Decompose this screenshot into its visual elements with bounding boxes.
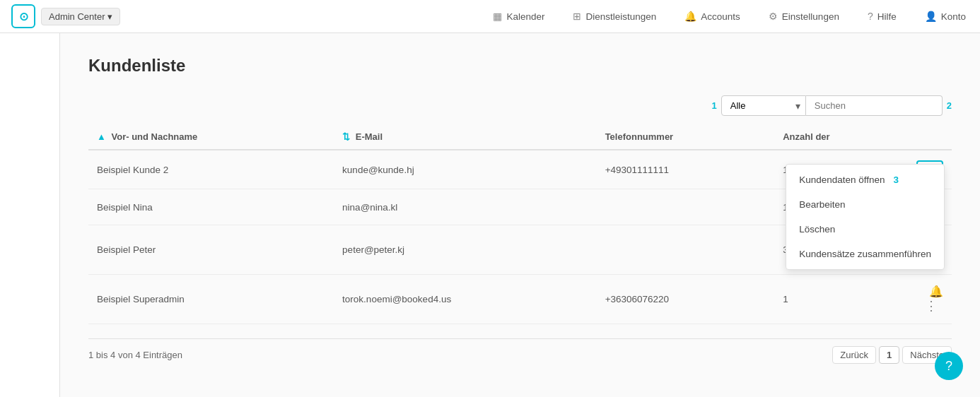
cell-phone-2 [597, 189, 775, 225]
toolbar-number-1: 1 [712, 100, 717, 111]
nav-item-kalender-label: Kalender [506, 11, 544, 22]
table-header: ▲ Vor- und Nachname ⇅ E-Mail Telefonnumm… [88, 124, 952, 150]
cell-email-3: peter@peter.kj [334, 225, 597, 275]
filter-select[interactable]: Alle Aktiv Inaktiv [721, 95, 806, 116]
table-info: 1 bis 4 von 4 Einträgen [88, 350, 182, 360]
person-icon-4: 🔔 [929, 285, 943, 297]
help-fab-button[interactable]: ? [935, 352, 963, 380]
topnav: ⊙ Admin Center ▾ ▦ Kalender ⊞ Dienstleis… [0, 0, 980, 33]
dropdown-item-number: 3 [894, 174, 899, 185]
nav-item-konto[interactable]: 👤 Konto [922, 11, 969, 22]
help-fab-icon: ? [945, 359, 952, 374]
current-page-button[interactable]: 1 [879, 346, 899, 364]
nav-items: ▦ Kalender ⊞ Dienstleistungen 🔔 Accounts… [490, 11, 969, 22]
dropdown-item-delete[interactable]: Löschen [786, 217, 944, 242]
layout: Kundenliste 1 Alle Aktiv Inaktiv 2 ▲ Vor… [0, 33, 980, 397]
main-content: Kundenliste 1 Alle Aktiv Inaktiv 2 ▲ Vor… [60, 33, 980, 397]
dropdown-item-open[interactable]: Kundendaten öffnen 3 [786, 167, 944, 192]
dropdown-item-edit[interactable]: Bearbeiten [786, 192, 944, 217]
pagination: Zurück 1 Nächste [832, 346, 952, 364]
search-input[interactable] [806, 95, 943, 116]
cell-phone-3 [597, 225, 775, 275]
sort-arrow-email: ⇅ [342, 131, 350, 142]
logo-area: ⊙ Admin Center ▾ [11, 4, 120, 28]
prev-page-button[interactable]: Zurück [832, 346, 876, 364]
cell-actions-4: 🔔 ⋮ [908, 275, 952, 324]
kalender-icon: ▦ [493, 11, 502, 22]
cell-name-3: Beispiel Peter [88, 225, 334, 275]
cell-email-2: nina@nina.kl [334, 189, 597, 225]
dropdown-item-edit-label: Bearbeiten [799, 199, 845, 210]
col-header-actions [908, 124, 952, 150]
cell-name-2: Beispiel Nina [88, 189, 334, 225]
dropdown-item-merge[interactable]: Kundensätze zusammenführen [786, 242, 944, 266]
nav-item-dienstleistungen-label: Dienstleistungen [585, 11, 656, 22]
nav-item-einstellungen[interactable]: ⚙ Einstellungen [766, 11, 842, 22]
page-title: Kundenliste [88, 56, 952, 76]
table-footer: 1 bis 4 von 4 Einträgen Zurück 1 Nächste [88, 338, 952, 364]
cell-name-4: Beispiel Superadmin [88, 275, 334, 324]
nav-item-kalender[interactable]: ▦ Kalender [490, 11, 547, 22]
konto-icon: 👤 [925, 11, 937, 22]
col-header-email[interactable]: ⇅ E-Mail [334, 124, 597, 150]
col-name-label: Vor- und Nachname [112, 131, 198, 142]
dropdown-item-merge-label: Kundensätze zusammenführen [799, 249, 931, 259]
cell-phone-4: +36306076220 [597, 275, 775, 324]
nav-item-dienstleistungen[interactable]: ⊞ Dienstleistungen [570, 11, 659, 22]
nav-item-hilfe[interactable]: ? Hilfe [865, 11, 899, 22]
row-menu-button-4[interactable]: ⋮ [919, 298, 943, 314]
cell-count-4: 1 [774, 275, 908, 324]
sidebar [0, 33, 60, 397]
nav-item-einstellungen-label: Einstellungen [782, 11, 839, 22]
cell-name-1: Beispiel Kunde 2 [88, 150, 334, 189]
dropdown-item-open-label: Kundendaten öffnen [799, 174, 885, 185]
nav-item-konto-label: Konto [941, 11, 966, 22]
logo-icon: ⊙ [11, 4, 35, 28]
toolbar-number-2: 2 [947, 100, 952, 111]
nav-item-accounts[interactable]: 🔔 Accounts [682, 11, 743, 22]
dienstleistungen-icon: ⊞ [573, 11, 581, 22]
col-header-name[interactable]: ▲ Vor- und Nachname [88, 124, 334, 150]
einstellungen-icon: ⚙ [769, 11, 778, 22]
table-row: Beispiel Superadmin torok.noemi@booked4.… [88, 275, 952, 324]
col-phone-label: Telefonnummer [605, 131, 674, 142]
admin-center-button[interactable]: Admin Center ▾ [41, 8, 120, 25]
nav-item-hilfe-label: Hilfe [877, 11, 897, 22]
toolbar: 1 Alle Aktiv Inaktiv 2 [88, 95, 952, 116]
col-count-label: Anzahl der [783, 131, 829, 142]
nav-item-accounts-label: Accounts [701, 11, 740, 22]
filter-select-wrap: Alle Aktiv Inaktiv [721, 95, 806, 116]
admin-center-label: Admin Center [49, 11, 105, 22]
row-context-menu: Kundendaten öffnen 3 Bearbeiten Löschen … [786, 164, 945, 270]
cell-phone-1: +49301111111 [597, 150, 775, 189]
col-email-label: E-Mail [356, 131, 383, 142]
dropdown-item-delete-label: Löschen [799, 224, 835, 235]
hilfe-icon: ? [868, 11, 873, 22]
col-header-count: Anzahl der [774, 124, 908, 150]
accounts-icon: 🔔 [684, 11, 696, 22]
cell-email-1: kunde@kunde.hj [334, 150, 597, 189]
admin-center-arrow: ▾ [107, 11, 112, 22]
cell-email-4: torok.noemi@booked4.us [334, 275, 597, 324]
col-header-phone: Telefonnummer [597, 124, 775, 150]
sort-arrow-name: ▲ [97, 131, 106, 142]
